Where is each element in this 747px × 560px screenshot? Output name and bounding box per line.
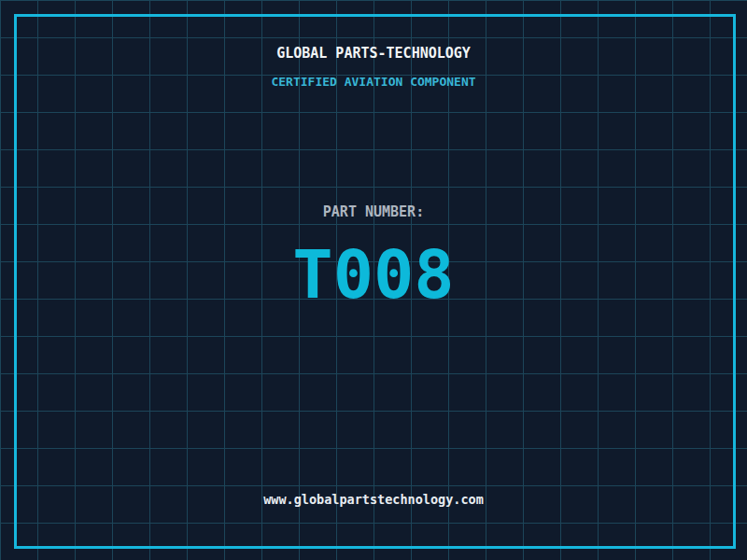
certification-tagline: CERTIFIED AVIATION COMPONENT (0, 76, 747, 88)
part-number-label: PART NUMBER: (0, 205, 747, 219)
website-url: www.globalpartstechnology.com (0, 494, 747, 507)
part-placard-screen: GLOBAL PARTS-TECHNOLOGY CERTIFIED AVIATI… (0, 0, 747, 560)
company-name: GLOBAL PARTS-TECHNOLOGY (0, 47, 747, 61)
part-number-value: T008 (0, 241, 747, 308)
